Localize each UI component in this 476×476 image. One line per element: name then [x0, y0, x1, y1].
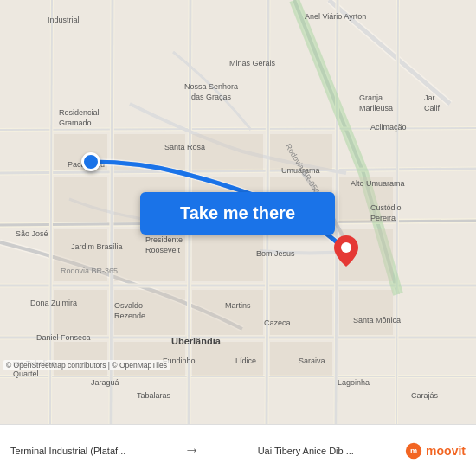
from-label: Terminal Industrial (Plataf... — [10, 446, 125, 456]
map-label-presidente: PresidenteRoosevelt — [145, 235, 183, 255]
map-label-aclimacao: Aclimação — [370, 123, 407, 132]
svg-line-23 — [336, 0, 338, 424]
map-label-anel: Anel Viário Ayrton — [305, 12, 366, 21]
moovit-logo-icon: m — [405, 442, 422, 460]
map-label-danielfonseca: Daniel Fonseca — [36, 333, 91, 342]
map-label-granja: GranjaMarileusa — [359, 93, 393, 113]
map-label-jaragua: Jaraguá — [91, 378, 119, 387]
moovit-logo-text: moovit — [426, 444, 466, 458]
map-label-donazulmira: Dona Zulmira — [30, 299, 77, 307]
map-label-minas: Minas Gerais — [229, 59, 275, 68]
svg-rect-43 — [192, 290, 263, 335]
origin-marker — [81, 152, 100, 171]
svg-rect-45 — [339, 290, 393, 335]
map-label-alto-umuarama: Alto Umuarama — [351, 179, 405, 188]
svg-rect-41 — [54, 290, 107, 335]
map-label-industrial: Industrial — [48, 16, 80, 24]
app: © OpenStreetMap contributors | © OpenMap… — [0, 0, 476, 476]
arrow-icon: → — [177, 441, 206, 460]
destination-marker — [334, 235, 358, 267]
map-label-nsg: Nossa Senhoradas Graças — [184, 82, 238, 102]
to-label: Uai Tibery Anice Dib ... — [258, 446, 354, 456]
bottom-bar: Terminal Industrial (Plataf... → Uai Tib… — [0, 424, 476, 476]
map-label-custodio: CustódioPereira — [370, 203, 402, 223]
map-label-saraiva: Saraiva — [299, 357, 325, 365]
map-label-bomjesus: Bom Jesus — [256, 249, 295, 258]
map-label-saojose: São José — [16, 229, 48, 238]
map-label-cazeca: Cazeca — [264, 318, 291, 327]
map-label-santamonica: Santa Mônica — [353, 316, 401, 325]
map-label-uberlandia: Uberlândia — [171, 336, 221, 346]
map-container: © OpenStreetMap contributors | © OpenMap… — [0, 0, 476, 424]
svg-point-50 — [341, 242, 351, 253]
take-me-there-button[interactable]: Take me there — [140, 192, 335, 235]
svg-rect-34 — [192, 134, 263, 170]
svg-rect-46 — [54, 342, 107, 376]
map-label-tabalaras: Tabalaras — [137, 391, 170, 400]
svg-rect-44 — [270, 290, 332, 335]
svg-rect-36 — [192, 229, 263, 281]
map-label-br365: Rodovia BR-365 — [61, 267, 118, 275]
map-label-osvaldo: OsvaldoRezende — [114, 301, 145, 321]
map-label-lidice: Lídice — [235, 357, 256, 365]
map-label-lagoinha: Lagoinha — [338, 378, 370, 387]
map-label-carajas: Carajás — [411, 391, 438, 400]
map-label-jar: JarCalif — [424, 93, 440, 113]
osm-credit: © OpenStreetMap contributors | © OpenMap… — [3, 360, 170, 370]
svg-rect-31 — [114, 134, 185, 170]
moovit-logo: m moovit — [405, 442, 466, 460]
svg-rect-29 — [54, 177, 107, 222]
map-label-jardin: Jardim Brasília — [71, 242, 123, 251]
svg-text:m: m — [410, 447, 417, 455]
map-label-santarosa: Santa Rosa — [164, 143, 205, 151]
map-label-martins: Martins — [225, 301, 251, 310]
map-label-gramado: ResidencialGramado — [59, 108, 100, 128]
